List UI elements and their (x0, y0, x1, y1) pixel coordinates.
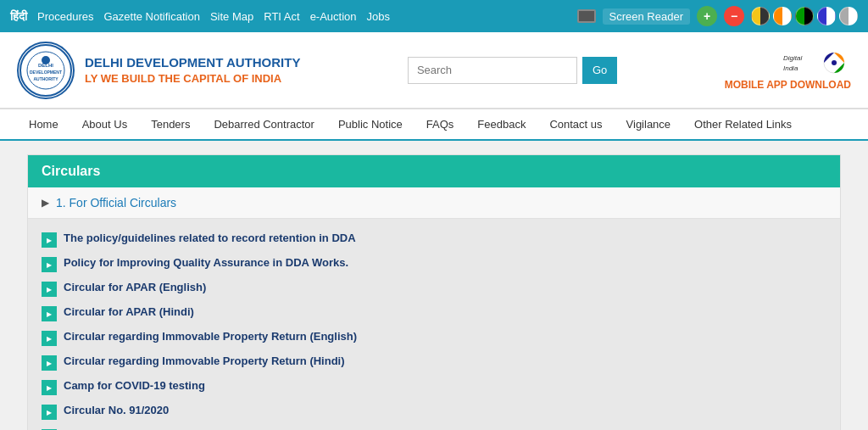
circulars-list: The policy/guidelines related to record … (28, 219, 840, 430)
list-bullet (42, 355, 57, 371)
top-bar-right: Screen Reader + − (577, 6, 858, 26)
list-item: Circular for APAR (Hindi) (42, 301, 826, 326)
mobile-app-text[interactable]: MOBILE APP DOWNLOAD (725, 79, 851, 91)
digital-india-logo: Digital India MOBILE APP DOWNLOAD (725, 50, 851, 91)
svg-point-5 (42, 56, 50, 64)
nav-faqs[interactable]: FAQs (415, 111, 466, 137)
list-bullet (42, 306, 57, 321)
font-decrease-button[interactable]: − (724, 6, 744, 26)
list-item: The policy/guidelines related to record … (42, 227, 826, 252)
color-theme-5[interactable] (839, 7, 858, 25)
gazette-link[interactable]: Gazette Notification (103, 10, 199, 23)
list-bullet (42, 331, 57, 346)
list-bullet (42, 405, 57, 420)
mobile-app-area: Digital India MOBILE APP DOWNLOAD (725, 50, 851, 91)
main-nav: Home About Us Tenders Debarred Contracto… (0, 109, 868, 141)
nav-contact[interactable]: Contact us (537, 111, 614, 137)
site-name: DELHI DEVELOPMENT AUTHORITY (85, 53, 300, 71)
list-item: Circular No. 91/2020 (42, 399, 826, 424)
color-theme-4[interactable] (817, 7, 836, 25)
sitemap-link[interactable]: Site Map (210, 10, 253, 23)
monitor-icon (577, 9, 596, 23)
header: DELHI DEVELOPMENT AUTHORITY DELHI DEVELO… (0, 32, 868, 109)
digital-india-svg: Digital India (783, 50, 851, 75)
top-bar-left: हिंदी Procedures Gazette Notification Si… (10, 9, 390, 24)
svg-text:India: India (783, 64, 798, 72)
nav-vigilance[interactable]: Vigilance (615, 111, 683, 137)
svg-text:Digital: Digital (783, 54, 802, 62)
list-item: Camp for COVID-19 testing (42, 375, 826, 399)
svg-text:DEVELOPMENT: DEVELOPMENT (30, 70, 62, 75)
jobs-link[interactable]: Jobs (367, 10, 390, 23)
nav-feedback[interactable]: Feedback (465, 111, 537, 137)
site-title: DELHI DEVELOPMENT AUTHORITY LY WE BUILD … (85, 53, 300, 87)
svg-point-9 (832, 60, 837, 65)
official-circulars-link[interactable]: 1. For Official Circulars (56, 196, 176, 209)
eauction-link[interactable]: e-Auction (310, 10, 357, 23)
color-theme-3[interactable] (795, 7, 814, 25)
color-theme-1[interactable] (751, 7, 770, 25)
list-item: Circular (42, 424, 826, 430)
search-area: Go (408, 57, 617, 84)
nav-debarred[interactable]: Debarred Contractor (202, 111, 326, 137)
circular-link-2[interactable]: Policy for Improving Quality Assurance i… (64, 256, 348, 269)
official-circulars-row[interactable]: ▶ 1. For Official Circulars (28, 187, 840, 219)
circular-link-4[interactable]: Circular for APAR (Hindi) (64, 305, 194, 318)
procedures-link[interactable]: Procedures (37, 10, 93, 23)
list-bullet (42, 380, 57, 395)
top-bar: हिंदी Procedures Gazette Notification Si… (0, 0, 868, 32)
svg-text:AUTHORITY: AUTHORITY (33, 76, 58, 81)
circular-link-8[interactable]: Circular No. 91/2020 (64, 404, 169, 416)
logo-area: DELHI DEVELOPMENT AUTHORITY DELHI DEVELO… (17, 42, 300, 99)
color-theme-2[interactable] (773, 7, 792, 25)
list-bullet (42, 282, 57, 297)
screen-reader-button[interactable]: Screen Reader (603, 8, 690, 25)
font-increase-button[interactable]: + (697, 6, 717, 26)
circular-link-1[interactable]: The policy/guidelines related to record … (64, 232, 356, 244)
hindi-link[interactable]: हिंदी (10, 9, 27, 24)
list-bullet (42, 257, 57, 272)
logo-svg: DELHI DEVELOPMENT AUTHORITY (19, 43, 73, 98)
rti-link[interactable]: RTI Act (264, 10, 299, 23)
list-item: Circular regarding Immovable Property Re… (42, 326, 826, 350)
list-bullet (42, 232, 57, 248)
color-theme-options (751, 7, 858, 25)
list-item: Circular for APAR (English) (42, 276, 826, 301)
dda-logo: DELHI DEVELOPMENT AUTHORITY (17, 42, 75, 99)
go-button[interactable]: Go (582, 57, 617, 84)
circular-link-6[interactable]: Circular regarding Immovable Property Re… (64, 355, 345, 367)
list-item: Policy for Improving Quality Assurance i… (42, 252, 826, 276)
main-content: Circulars ▶ 1. For Official Circulars Th… (0, 141, 868, 430)
nav-public-notice[interactable]: Public Notice (326, 111, 415, 137)
nav-about[interactable]: About Us (70, 111, 139, 137)
nav-home[interactable]: Home (17, 111, 70, 137)
circulars-header: Circulars (28, 155, 840, 187)
site-tagline: LY WE BUILD THE CAPITAL OF INDIA (85, 71, 300, 87)
search-input[interactable] (408, 57, 577, 84)
nav-tenders[interactable]: Tenders (139, 111, 202, 137)
content-box: Circulars ▶ 1. For Official Circulars Th… (27, 154, 841, 430)
circular-link-5[interactable]: Circular regarding Immovable Property Re… (64, 330, 357, 343)
circular-link-7[interactable]: Camp for COVID-19 testing (64, 379, 205, 392)
list-item: Circular regarding Immovable Property Re… (42, 350, 826, 375)
row-arrow: ▶ (42, 197, 49, 209)
circular-link-3[interactable]: Circular for APAR (English) (64, 281, 206, 293)
nav-other-links[interactable]: Other Related Links (682, 111, 804, 137)
